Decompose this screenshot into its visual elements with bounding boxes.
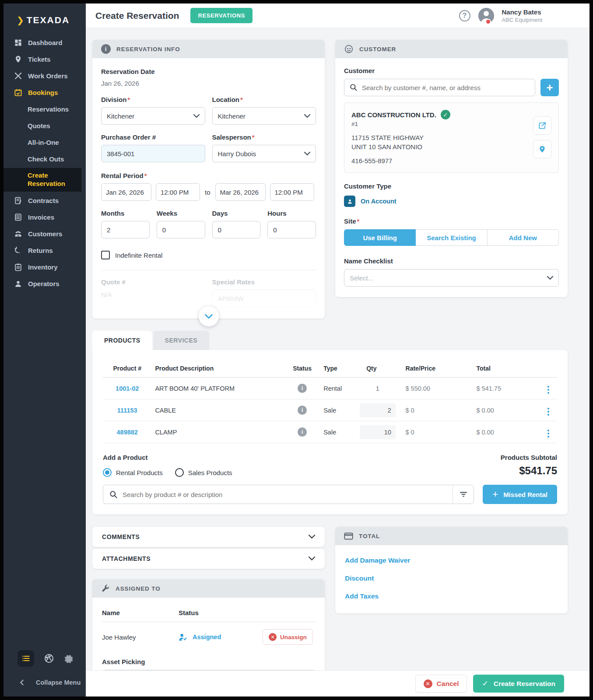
operators-icon	[14, 280, 22, 288]
missed-rental-button[interactable]: + Missed Rental	[483, 485, 557, 504]
add-customer-button[interactable]: +	[540, 79, 559, 96]
sidebar-item-all-in-one[interactable]: All-in-One	[4, 134, 86, 150]
user-name: Nancy Bates	[502, 8, 543, 16]
hours-input[interactable]	[267, 221, 316, 238]
location-select[interactable]: Kitchener	[212, 107, 316, 125]
months-input[interactable]	[101, 221, 150, 238]
row-menu-icon[interactable]	[546, 406, 551, 417]
product-info-icon[interactable]: i	[298, 406, 307, 415]
attachments-section[interactable]: ATTACHMENTS	[92, 549, 325, 569]
cancel-button[interactable]: ✕ Cancel	[415, 675, 467, 693]
sales-products-radio[interactable]: Sales Products	[175, 468, 232, 477]
weeks-input[interactable]	[157, 221, 205, 238]
sidebar-item-dashboard[interactable]: Dashboard	[4, 34, 86, 51]
sidebar-item-contracts[interactable]: Contracts	[4, 192, 86, 209]
sidebar-item-inventory[interactable]: Inventory	[4, 259, 86, 276]
site-search-existing-button[interactable]: Search Existing	[416, 229, 487, 246]
products-subtotal: Products Subtotal $541.75	[501, 454, 557, 477]
create-reservation-button[interactable]: ✓ Create Reservation	[473, 675, 564, 693]
rental-start-time-input[interactable]	[156, 183, 200, 201]
reservations-badge[interactable]: RESERVATIONS	[190, 8, 253, 23]
assigned-status-col: Status	[179, 606, 263, 622]
reservation-date-value: Jan 26, 2026	[101, 80, 316, 87]
discount-link[interactable]: Discount	[345, 574, 558, 582]
division-select[interactable]: Kitchener	[101, 107, 205, 125]
invoices-icon	[14, 213, 22, 221]
product-link[interactable]: 1001-02	[116, 385, 139, 392]
location-label: Location	[212, 96, 316, 103]
open-customer-button[interactable]	[533, 116, 551, 135]
sidebar-item-tickets[interactable]: Tickets	[4, 51, 86, 67]
name-checklist-select[interactable]: Select...	[344, 269, 559, 287]
total-card: TOTAL Add Damage Waiver Discount Add Tax…	[335, 527, 568, 613]
rental-start-date-input[interactable]	[101, 183, 151, 201]
comments-section[interactable]: COMMENTS	[92, 527, 325, 547]
rental-end-date-input[interactable]	[215, 183, 266, 201]
tab-services[interactable]: SERVICES	[153, 331, 210, 350]
expand-panel-button[interactable]	[199, 306, 219, 326]
assigned-name: Joe Hawley	[102, 622, 179, 648]
add-damage-waiver-link[interactable]: Add Damage Waiver	[345, 556, 558, 564]
sidebar-item-customers[interactable]: Customers	[4, 226, 86, 242]
row-menu-icon[interactable]	[546, 385, 551, 395]
add-taxes-link[interactable]: Add Taxes	[345, 592, 558, 600]
rental-end-time-input[interactable]	[270, 183, 314, 201]
rental-products-radio[interactable]: Rental Products	[103, 468, 163, 477]
help-icon[interactable]: ?	[459, 10, 470, 21]
indefinite-rental-checkbox[interactable]	[101, 251, 110, 259]
sidebar-item-reservations[interactable]: Reservations	[4, 101, 86, 117]
filter-icon	[460, 491, 467, 497]
menu-list-button[interactable]	[18, 650, 34, 667]
purchase-order-input[interactable]	[101, 145, 205, 162]
qty-input[interactable]: 10	[360, 425, 396, 439]
product-link[interactable]: 489882	[117, 429, 138, 436]
tab-products[interactable]: PRODUCTS	[92, 331, 152, 350]
footer-bar: ✕ Cancel ✓ Create Reservation	[86, 670, 589, 696]
qty-input[interactable]: 2	[360, 403, 396, 417]
col-type: Type	[320, 360, 353, 378]
info-icon: i	[101, 44, 111, 54]
reservation-date-label: Reservation Date	[101, 68, 316, 75]
sidebar-item-quotes[interactable]: Quotes	[4, 117, 86, 134]
external-link-icon	[538, 121, 547, 130]
map-location-button[interactable]	[533, 140, 551, 158]
special-rates-input[interactable]	[212, 290, 316, 307]
row-menu-icon[interactable]	[546, 428, 551, 439]
quote-value: N/A	[101, 291, 205, 298]
customer-label: Customer	[344, 67, 559, 74]
days-input[interactable]	[212, 221, 261, 238]
site-use-billing-button[interactable]: Use Billing	[344, 229, 416, 246]
collapse-menu-button[interactable]: Collapse Menu	[4, 679, 86, 686]
sidebar-item-returns[interactable]: Returns	[4, 242, 86, 259]
sidebar-item-operators[interactable]: Operators	[4, 276, 86, 292]
customer-search-input[interactable]	[344, 79, 535, 96]
col-status: Status	[284, 360, 320, 378]
settings-button[interactable]	[64, 653, 74, 664]
product-info-icon[interactable]: i	[298, 427, 307, 437]
sidebar-item-invoices[interactable]: Invoices	[4, 209, 86, 226]
avatar[interactable]	[478, 8, 494, 24]
sidebar-item-check-outs[interactable]: Check Outs	[4, 150, 86, 167]
sidebar-item-bookings[interactable]: Bookings	[4, 84, 86, 101]
site-add-new-button[interactable]: Add New	[488, 229, 559, 246]
product-search-input[interactable]	[103, 485, 474, 504]
customer-address: 11715 STATE HIGHWAY UNIT 10 SAN ANTONIO	[351, 133, 450, 151]
site-segmented-control: Use Billing Search Existing Add New	[344, 229, 559, 246]
product-link[interactable]: 111153	[117, 407, 137, 414]
salesperson-select[interactable]: Harry Dubois	[212, 145, 316, 162]
unassign-button[interactable]: ✕ Unassign	[263, 629, 313, 645]
bookings-calendar-icon	[14, 88, 22, 97]
product-info-icon[interactable]: i	[298, 384, 307, 393]
x-circle-icon: ✕	[424, 679, 432, 688]
customer-card: CUSTOMER Customer +	[335, 40, 568, 297]
check-icon: ✓	[482, 679, 488, 688]
assigned-person-check-icon	[179, 633, 188, 641]
map-pin-icon	[538, 145, 546, 154]
product-filter-button[interactable]	[453, 485, 474, 504]
product-row: 111153 CABLE i Sale 2 $ 0 $ 0.00	[103, 399, 557, 421]
inventory-icon	[14, 263, 22, 271]
mechanic-search-input[interactable]	[102, 670, 315, 670]
sidebar-item-work-orders[interactable]: Work Orders	[4, 67, 86, 84]
aperture-button[interactable]	[44, 653, 54, 664]
sidebar-item-create-reservation[interactable]: Create Reservation	[4, 168, 81, 192]
